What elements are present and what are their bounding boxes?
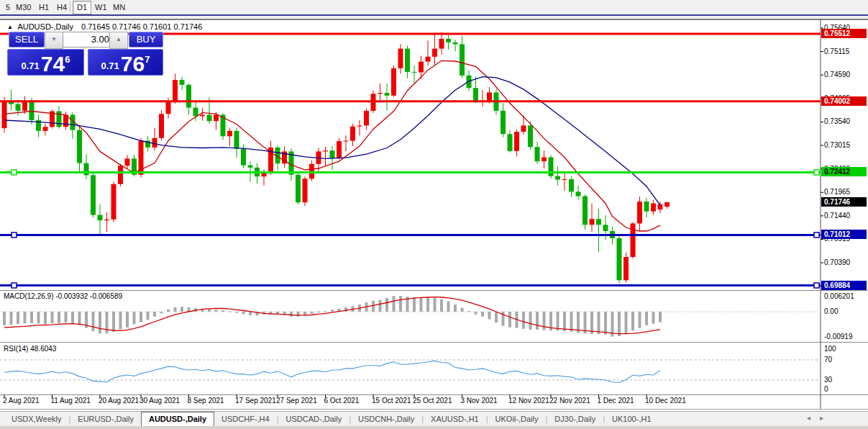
date-axis-label: 25 Oct 2021: [413, 397, 452, 405]
macd-histogram-bar: [317, 312, 320, 312]
sell-price-base: 0.71: [22, 60, 40, 71]
macd-histogram-bar: [344, 307, 347, 312]
candle-body: [637, 202, 642, 223]
macd-histogram-bar: [461, 308, 464, 312]
candle-body: [542, 158, 547, 162]
sell-price-pip: 6: [65, 54, 70, 65]
candle-body: [16, 104, 21, 111]
candle-body: [98, 215, 103, 220]
macd-histogram-bar: [481, 312, 484, 317]
pane-separator: [0, 290, 868, 291]
candle-body: [207, 114, 212, 121]
candle-body: [391, 68, 396, 96]
macd-histogram-bar: [153, 312, 156, 317]
macd-histogram-bar: [522, 312, 525, 329]
macd-histogram-bar: [385, 298, 388, 312]
chart-tab-uk100-h1[interactable]: UK100-,H1: [605, 412, 658, 426]
buy-price-base: 0.71: [101, 60, 119, 71]
line-drag-handle[interactable]: [12, 232, 17, 238]
candle-body: [426, 57, 431, 62]
candle-body: [460, 44, 465, 75]
date-axis-label: 3 Nov 2021: [461, 397, 498, 405]
candle-body: [2, 101, 7, 128]
buy-price-pip: 7: [145, 54, 150, 65]
volume-input[interactable]: 3.00: [63, 32, 114, 48]
candle-body: [651, 203, 656, 211]
candle-body: [200, 114, 205, 116]
price-axis-label: 0.71440: [824, 212, 850, 220]
chart-tab-usdcnh-daily[interactable]: USDCNH-,Daily: [351, 412, 421, 426]
macd-histogram-bar: [625, 312, 628, 334]
macd-axis-label: -0.00919: [824, 333, 852, 340]
line-drag-handle[interactable]: [814, 232, 819, 238]
candle-body: [596, 219, 601, 225]
macd-histogram-bar: [3, 312, 6, 325]
current-price-label: 0.71746: [821, 197, 867, 207]
candle-body: [77, 130, 82, 163]
macd-histogram-bar: [167, 310, 170, 312]
macd-histogram-bar: [297, 312, 300, 317]
line-drag-handle[interactable]: [12, 283, 17, 288]
date-axis-label: 27 Sep 2021: [276, 397, 317, 405]
macd-histogram-bar: [140, 312, 142, 322]
candle-body: [193, 108, 198, 117]
macd-histogram-bar: [71, 312, 74, 323]
rsi-axis-label: 70: [824, 356, 832, 363]
candle-body: [412, 72, 417, 73]
rsi-indicator-label: RSI(14) 48.6043: [4, 345, 56, 353]
chart-tab-eurusd-daily[interactable]: EURUSD-,Daily: [70, 412, 141, 426]
macd-histogram-bar: [126, 312, 129, 328]
line-drag-handle[interactable]: [814, 283, 819, 288]
chart-tab-xauusd-h1[interactable]: XAUUSD-,H1: [424, 412, 486, 426]
candle-body: [385, 93, 390, 96]
candle-body: [419, 62, 424, 73]
tab-scroll-left-icon[interactable]: ◂: [807, 414, 810, 422]
macd-histogram-bar: [413, 297, 416, 312]
buy-button[interactable]: BUY: [129, 32, 163, 48]
macd-histogram-bar: [99, 312, 101, 333]
candle-body: [357, 125, 362, 126]
macd-histogram-bar: [331, 310, 334, 312]
collapse-arrow-icon[interactable]: ▲: [7, 24, 13, 30]
volume-increment-button[interactable]: ▲: [109, 32, 128, 49]
date-axis-bottom: [0, 409, 868, 410]
candle-body: [364, 111, 369, 125]
chart-tab-usdcad-daily[interactable]: USDCAD-,Daily: [279, 412, 350, 426]
symbol-name: AUDUSD-,Daily: [17, 22, 73, 31]
chart-frame-top: [0, 19, 868, 20]
chart-tab-usdx-weekly[interactable]: USDX,Weekly: [4, 412, 68, 426]
candle-body: [111, 184, 117, 220]
tab-scroll-right-icon[interactable]: ▸: [820, 414, 823, 422]
macd-histogram-bar: [570, 312, 573, 332]
rsi-axis-label: 0: [824, 385, 828, 393]
macd-histogram-bar: [242, 312, 245, 314]
sell-button[interactable]: SELL: [9, 32, 45, 48]
macd-histogram-bar: [221, 310, 224, 312]
sell-price-display[interactable]: 0.71 74 6: [7, 49, 84, 76]
candle-body: [644, 202, 649, 212]
chart-tab-dj30-daily[interactable]: DJ30-,Daily: [547, 412, 603, 426]
line-drag-handle[interactable]: [814, 170, 819, 175]
volume-decrement-button[interactable]: ▼: [45, 32, 63, 49]
macd-indicator-label: MACD(12,26,9) -0.003932 -0.006589: [4, 292, 122, 300]
buy-price-display[interactable]: 0.71 76 7: [88, 49, 163, 76]
macd-histogram-bar: [598, 312, 600, 334]
chart-tab-ukoil-daily[interactable]: UKOil-,Daily: [488, 412, 546, 426]
chart-tab-usdchf-h4[interactable]: USDCHF-,H4: [214, 412, 277, 426]
chart-tab-audusd-daily[interactable]: AUDUSD-,Daily: [141, 412, 214, 427]
candle-body: [350, 127, 355, 141]
macd-histogram-bar: [160, 312, 163, 313]
macd-histogram-bar: [434, 298, 437, 312]
macd-histogram-bar: [324, 311, 327, 312]
macd-histogram-bar: [590, 312, 593, 334]
macd-histogram-bar: [543, 312, 546, 330]
candle-body: [125, 158, 130, 166]
candle-body: [180, 80, 185, 85]
candle-body: [104, 220, 109, 220]
line-drag-handle[interactable]: [12, 170, 17, 175]
candle-body: [405, 49, 410, 72]
macd-histogram-bar: [659, 312, 662, 322]
date-axis-label: 17 Sep 2021: [235, 397, 276, 405]
candle-body: [555, 176, 560, 180]
candle-body: [528, 125, 533, 147]
